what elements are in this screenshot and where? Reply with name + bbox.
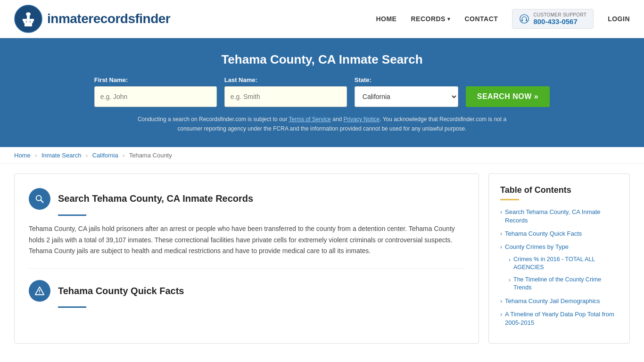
section2-header: Tehama County Quick Facts bbox=[29, 280, 464, 302]
section1-header: Search Tehama County, CA Inmate Records bbox=[29, 188, 464, 210]
first-name-group: First Name: bbox=[94, 76, 217, 107]
toc-sub-link-3-1[interactable]: › Crimes % in 2016 - TOTAL ALL AGENCIES bbox=[509, 255, 618, 272]
state-label: State: bbox=[355, 76, 372, 83]
breadcrumb: Home › Inmate Search › California › Teha… bbox=[0, 147, 644, 164]
toc-arrow-1: › bbox=[500, 208, 502, 216]
toc-sub-arrow-3-1: › bbox=[509, 256, 511, 264]
main-content: Search Tehama County, CA Inmate Records … bbox=[0, 164, 644, 353]
table-of-contents: Table of Contents › Search Tehama County… bbox=[488, 173, 630, 344]
section2-title: Tehama County Quick Facts bbox=[58, 286, 184, 296]
legal-text: Conducting a search on Recordsfinder.com… bbox=[133, 115, 511, 134]
nav-home[interactable]: HOME bbox=[376, 15, 396, 23]
state-group: State: California bbox=[355, 76, 458, 107]
alert-icon bbox=[34, 286, 45, 296]
logo-text: inmaterecordsfinder bbox=[47, 11, 170, 26]
toc-link-1[interactable]: › Search Tehama County, CA Inmate Record… bbox=[500, 208, 618, 225]
svg-point-16 bbox=[39, 293, 40, 294]
search-circle-icon bbox=[29, 188, 50, 210]
last-name-label: Last Name: bbox=[224, 76, 257, 83]
section1-underline bbox=[58, 214, 86, 216]
toc-sub-item-3-1: › Crimes % in 2016 - TOTAL ALL AGENCIES bbox=[509, 255, 618, 272]
section-inmate-records: Search Tehama County, CA Inmate Records … bbox=[29, 188, 464, 257]
toc-arrow-5: › bbox=[500, 311, 502, 319]
last-name-input[interactable] bbox=[224, 86, 347, 107]
logo-icon bbox=[14, 5, 42, 33]
first-name-input[interactable] bbox=[94, 86, 217, 107]
section-quick-facts: Tehama County Quick Facts bbox=[29, 280, 464, 308]
breadcrumb-home[interactable]: Home bbox=[14, 152, 31, 159]
privacy-link[interactable]: Privacy Notice bbox=[344, 116, 380, 123]
toc-sub-3: › Crimes % in 2016 - TOTAL ALL AGENCIES … bbox=[509, 255, 618, 292]
last-name-group: Last Name: bbox=[224, 76, 347, 107]
toc-item-2: › Tehama County Quick Facts bbox=[500, 230, 618, 238]
login-button[interactable]: LOGIN bbox=[608, 15, 630, 23]
toc-item-1: › Search Tehama County, CA Inmate Record… bbox=[500, 208, 618, 225]
hero-title: Tehama County, CA Inmate Search bbox=[19, 52, 625, 67]
breadcrumb-california[interactable]: California bbox=[92, 152, 118, 159]
nav-records[interactable]: RECORDS ▾ bbox=[411, 15, 450, 23]
toc-sub-arrow-3-2: › bbox=[509, 276, 511, 284]
svg-rect-1 bbox=[25, 23, 32, 26]
section2-underline bbox=[58, 306, 86, 308]
svg-point-10 bbox=[520, 15, 528, 23]
breadcrumb-current: Tehama County bbox=[129, 152, 172, 159]
breadcrumb-sep-1: › bbox=[35, 152, 37, 159]
toc-item-4: › Tehama County Jail Demographics bbox=[500, 297, 618, 305]
svg-rect-11 bbox=[521, 19, 523, 21]
search-form: First Name: Last Name: State: California… bbox=[19, 76, 625, 107]
nav-contact[interactable]: CONTACT bbox=[464, 15, 498, 23]
customer-support-box[interactable]: CUSTOMER SUPPORT 800-433-0567 bbox=[512, 9, 594, 29]
info-circle-icon bbox=[29, 280, 50, 302]
hero-section: Tehama County, CA Inmate Search First Na… bbox=[0, 38, 644, 147]
toc-arrow-4: › bbox=[500, 297, 502, 305]
toc-arrow-3: › bbox=[500, 243, 502, 251]
toc-sub-item-3-2: › The Timeline of the County Crime Trend… bbox=[509, 276, 618, 292]
svg-line-14 bbox=[41, 200, 43, 202]
toc-title: Table of Contents bbox=[500, 185, 618, 195]
toc-arrow-2: › bbox=[500, 230, 502, 238]
breadcrumb-inmate-search[interactable]: Inmate Search bbox=[41, 152, 82, 159]
toc-item-5: › A Timeline of Yearly Data Pop Total fr… bbox=[500, 310, 618, 327]
logo-area: inmaterecordsfinder bbox=[14, 5, 170, 33]
toc-underline bbox=[500, 199, 519, 200]
main-nav: HOME RECORDS ▾ CONTACT CUSTOMER SUPPORT … bbox=[376, 9, 630, 29]
toc-link-5[interactable]: › A Timeline of Yearly Data Pop Total fr… bbox=[500, 310, 618, 327]
section1-body: Tehama County, CA jails hold prisoners a… bbox=[29, 223, 464, 257]
search-now-button[interactable]: SEARCH NOW » bbox=[466, 86, 550, 107]
breadcrumb-sep-3: › bbox=[123, 152, 124, 159]
section1-title: Search Tehama County, CA Inmate Records bbox=[58, 193, 253, 204]
toc-list: › Search Tehama County, CA Inmate Record… bbox=[500, 208, 618, 327]
state-select[interactable]: California bbox=[355, 86, 458, 107]
support-text: CUSTOMER SUPPORT 800-433-0567 bbox=[533, 12, 586, 25]
records-dropdown-arrow: ▾ bbox=[447, 16, 451, 22]
left-column: Search Tehama County, CA Inmate Records … bbox=[14, 173, 479, 344]
divider bbox=[29, 268, 464, 269]
breadcrumb-sep-2: › bbox=[86, 152, 88, 159]
headset-icon bbox=[519, 14, 529, 24]
toc-link-4[interactable]: › Tehama County Jail Demographics bbox=[500, 297, 618, 305]
toc-link-2[interactable]: › Tehama County Quick Facts bbox=[500, 230, 618, 238]
first-name-label: First Name: bbox=[94, 76, 128, 83]
magnifier-icon bbox=[34, 194, 45, 204]
svg-rect-12 bbox=[526, 19, 528, 21]
toc-sub-link-3-2[interactable]: › The Timeline of the County Crime Trend… bbox=[509, 276, 618, 292]
svg-point-5 bbox=[26, 12, 31, 16]
toc-link-3[interactable]: › County Crimes by Type bbox=[500, 243, 618, 251]
toc-item-3: › County Crimes by Type › Crimes % in 20… bbox=[500, 243, 618, 292]
site-header: inmaterecordsfinder HOME RECORDS ▾ CONTA… bbox=[0, 0, 644, 38]
terms-link[interactable]: Terms of Service bbox=[289, 116, 331, 123]
